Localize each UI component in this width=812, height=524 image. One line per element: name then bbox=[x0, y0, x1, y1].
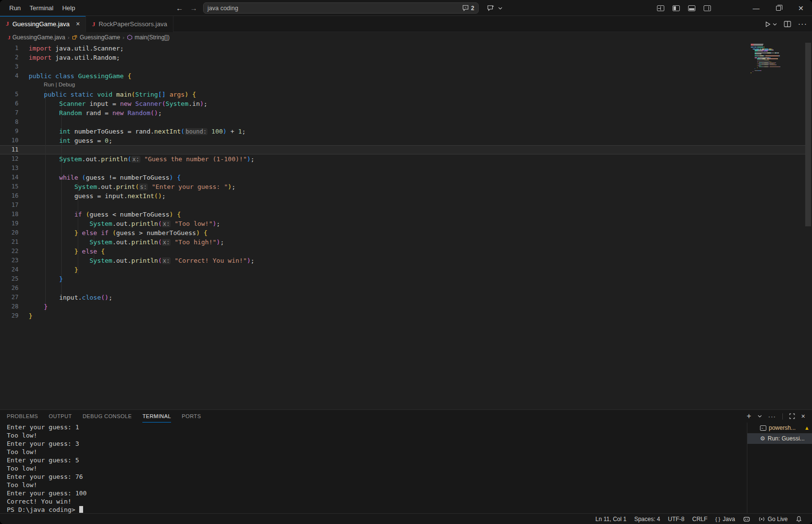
split-editor-icon[interactable] bbox=[784, 21, 791, 27]
line-number[interactable]: 21 bbox=[0, 237, 18, 247]
line-number[interactable]: 16 bbox=[0, 191, 18, 201]
minimize-button[interactable]: — bbox=[745, 0, 767, 16]
code-line[interactable]: 25 } bbox=[0, 274, 812, 284]
line-number[interactable]: 6 bbox=[0, 99, 18, 108]
code-line[interactable]: 23 System.out.println(x: "Correct! You w… bbox=[0, 256, 812, 265]
terminal-dropdown-icon[interactable] bbox=[758, 415, 762, 418]
line-number[interactable]: 24 bbox=[0, 265, 18, 274]
code-line[interactable]: 1import java.util.Scanner; bbox=[0, 44, 812, 53]
toggle-secondary-sidebar-icon[interactable] bbox=[704, 5, 711, 11]
terminal-item-run-task[interactable]: ⚙ Run: Guessi... bbox=[747, 433, 812, 444]
minimap[interactable] bbox=[751, 44, 802, 73]
toggle-panel-icon[interactable] bbox=[688, 5, 695, 11]
line-number[interactable]: 15 bbox=[0, 182, 18, 191]
more-actions-icon[interactable]: ··· bbox=[798, 20, 807, 29]
editor-scrollbar[interactable] bbox=[805, 43, 811, 226]
tab-problems[interactable]: PROBLEMS bbox=[7, 410, 38, 423]
code-line[interactable]: 15 System.out.print(s: "Enter your guess… bbox=[0, 182, 812, 191]
line-number[interactable]: 3 bbox=[0, 62, 18, 71]
line-number[interactable]: 5 bbox=[0, 90, 18, 99]
code-line[interactable]: 9 int numberToGuess = rand.nextInt(bound… bbox=[0, 127, 812, 136]
breadcrumb-file[interactable]: J GuessingGame.java bbox=[8, 34, 65, 41]
code-line[interactable]: 21 System.out.println(x: "Too high!"); bbox=[0, 237, 812, 247]
line-number[interactable]: 28 bbox=[0, 302, 18, 311]
tab-ports[interactable]: PORTS bbox=[182, 410, 201, 423]
codelens-debug[interactable]: Debug bbox=[59, 82, 75, 87]
menu-help[interactable]: Help bbox=[58, 2, 80, 14]
line-number[interactable]: 23 bbox=[0, 256, 18, 265]
codelens-run[interactable]: Run bbox=[44, 82, 54, 87]
copilot-chat-button[interactable] bbox=[483, 2, 506, 14]
breadcrumb-class[interactable]: GuessingGame bbox=[72, 34, 120, 41]
line-number[interactable]: 17 bbox=[0, 201, 18, 210]
code-line[interactable]: 22 } else { bbox=[0, 247, 812, 256]
line-number[interactable]: 2 bbox=[0, 53, 18, 62]
code-line[interactable]: 16 guess = input.nextInt(); bbox=[0, 191, 812, 201]
code-line[interactable]: 3 bbox=[0, 62, 812, 71]
tab-rockpaperscissors[interactable]: J RockPaperScissors.java bbox=[86, 16, 173, 32]
line-number[interactable]: 1 bbox=[0, 44, 18, 53]
close-window-button[interactable]: ✕ bbox=[790, 0, 812, 16]
restore-button[interactable] bbox=[767, 0, 790, 16]
notifications-bell-icon[interactable] bbox=[793, 514, 805, 524]
tab-debug-console[interactable]: DEBUG CONSOLE bbox=[83, 410, 132, 423]
codelens-run-debug[interactable]: Run | Debug bbox=[0, 81, 812, 90]
command-center-search[interactable]: java coding 2 bbox=[203, 2, 479, 14]
code-line[interactable]: 10 int guess = 0; bbox=[0, 136, 812, 145]
line-number[interactable]: 12 bbox=[0, 154, 18, 164]
run-dropdown-icon[interactable] bbox=[773, 23, 777, 26]
line-number[interactable]: 19 bbox=[0, 219, 18, 228]
toggle-sidebar-icon[interactable] bbox=[673, 5, 680, 11]
line-number[interactable]: 25 bbox=[0, 274, 18, 284]
code-line[interactable]: 24 } bbox=[0, 265, 812, 274]
code-line[interactable]: 18 if (guess < numberToGuess) { bbox=[0, 210, 812, 219]
line-number[interactable]: 7 bbox=[0, 108, 18, 118]
back-icon[interactable]: ← bbox=[176, 4, 183, 12]
tab-terminal[interactable]: TERMINAL bbox=[142, 410, 171, 423]
line-number[interactable]: 22 bbox=[0, 247, 18, 256]
code-line[interactable]: 11 bbox=[0, 145, 812, 154]
terminal-output[interactable]: Enter your guess: 1Too low!Enter your gu… bbox=[7, 423, 744, 514]
line-number[interactable]: 4 bbox=[0, 71, 18, 81]
language-mode[interactable]: { } Java bbox=[712, 514, 738, 524]
line-number[interactable]: 20 bbox=[0, 228, 18, 237]
code-line[interactable]: 8 bbox=[0, 118, 812, 127]
close-tab-icon[interactable]: × bbox=[76, 20, 80, 28]
run-button[interactable] bbox=[764, 21, 771, 28]
code-line[interactable]: 28 } bbox=[0, 302, 812, 311]
line-number[interactable]: 26 bbox=[0, 284, 18, 293]
code-line[interactable]: 26 bbox=[0, 284, 812, 293]
code-line[interactable]: 27 input.close(); bbox=[0, 293, 812, 302]
code-line[interactable]: 7 Random rand = new Random(); bbox=[0, 108, 812, 118]
line-number[interactable]: 9 bbox=[0, 127, 18, 136]
tab-output[interactable]: OUTPUT bbox=[49, 410, 72, 423]
code-line[interactable]: 19 System.out.println(x: "Too low!"); bbox=[0, 219, 812, 228]
tab-guessinggame[interactable]: J GuessingGame.java × bbox=[0, 16, 86, 32]
close-panel-icon[interactable]: × bbox=[801, 412, 805, 420]
line-number[interactable]: 8 bbox=[0, 118, 18, 127]
code-line[interactable]: 29} bbox=[0, 311, 812, 321]
code-line[interactable]: 2import java.util.Random; bbox=[0, 53, 812, 62]
code-line[interactable]: 4public class GuessingGame { bbox=[0, 71, 812, 81]
eol-sequence[interactable]: CRLF bbox=[690, 514, 710, 524]
code-lines[interactable]: 1import java.util.Scanner;2import java.u… bbox=[0, 44, 812, 321]
code-line[interactable]: 20 } else if (guess > numberToGuess) { bbox=[0, 228, 812, 237]
customize-layout-icon[interactable] bbox=[657, 5, 664, 11]
menu-run[interactable]: Run bbox=[5, 2, 25, 14]
code-line[interactable]: 14 while (guess != numberToGuess) { bbox=[0, 173, 812, 182]
menu-terminal[interactable]: Terminal bbox=[25, 2, 58, 14]
line-number[interactable]: 14 bbox=[0, 173, 18, 182]
code-line[interactable]: 5 public static void main(String[] args)… bbox=[0, 90, 812, 99]
code-editor[interactable]: 1import java.util.Scanner;2import java.u… bbox=[0, 42, 812, 409]
indentation[interactable]: Spaces: 4 bbox=[631, 514, 663, 524]
code-line[interactable]: 13 bbox=[0, 164, 812, 173]
encoding[interactable]: UTF-8 bbox=[665, 514, 688, 524]
line-number[interactable]: 27 bbox=[0, 293, 18, 302]
line-number[interactable]: 10 bbox=[0, 136, 18, 145]
breadcrumb-method[interactable]: main(String[]) bbox=[127, 34, 170, 41]
line-number[interactable]: 13 bbox=[0, 164, 18, 173]
code-line[interactable]: 12 System.out.println(x: "Guess the numb… bbox=[0, 154, 812, 164]
forward-icon[interactable]: → bbox=[190, 4, 197, 12]
line-number[interactable]: 18 bbox=[0, 210, 18, 219]
line-number[interactable]: 11 bbox=[0, 145, 18, 154]
